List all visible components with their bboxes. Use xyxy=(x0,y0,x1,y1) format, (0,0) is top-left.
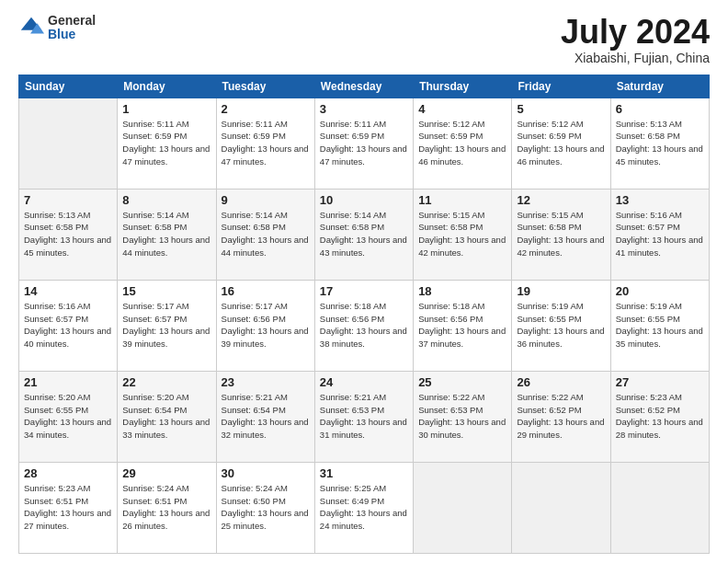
day-cell: 13Sunrise: 5:16 AM Sunset: 6:57 PM Dayli… xyxy=(610,189,709,280)
day-info: Sunrise: 5:11 AM Sunset: 6:59 PM Dayligh… xyxy=(122,118,210,168)
day-number: 15 xyxy=(122,284,210,298)
week-row-3: 14Sunrise: 5:16 AM Sunset: 6:57 PM Dayli… xyxy=(19,280,710,371)
day-number: 19 xyxy=(517,284,605,298)
day-number: 21 xyxy=(24,375,112,389)
day-cell: 25Sunrise: 5:22 AM Sunset: 6:53 PM Dayli… xyxy=(414,371,512,462)
logo: General Blue xyxy=(18,14,96,42)
day-info: Sunrise: 5:21 AM Sunset: 6:53 PM Dayligh… xyxy=(320,391,408,442)
header-friday: Friday xyxy=(512,75,610,98)
day-number: 8 xyxy=(122,193,210,207)
header-thursday: Thursday xyxy=(414,75,512,98)
day-number: 22 xyxy=(122,375,210,389)
day-number: 5 xyxy=(517,102,605,116)
header-saturday: Saturday xyxy=(610,75,709,98)
day-number: 27 xyxy=(616,375,704,389)
day-info: Sunrise: 5:24 AM Sunset: 6:51 PM Dayligh… xyxy=(122,482,210,533)
logo-blue-text: Blue xyxy=(48,28,96,41)
day-cell: 19Sunrise: 5:19 AM Sunset: 6:55 PM Dayli… xyxy=(512,280,610,371)
day-info: Sunrise: 5:14 AM Sunset: 6:58 PM Dayligh… xyxy=(222,209,310,259)
day-info: Sunrise: 5:20 AM Sunset: 6:55 PM Dayligh… xyxy=(24,391,112,442)
header: General Blue July 2024 Xiabaishi, Fujian… xyxy=(18,14,710,65)
day-info: Sunrise: 5:13 AM Sunset: 6:58 PM Dayligh… xyxy=(24,209,112,259)
day-number: 29 xyxy=(122,466,210,480)
main-title: July 2024 xyxy=(561,14,710,51)
day-cell: 7Sunrise: 5:13 AM Sunset: 6:58 PM Daylig… xyxy=(19,189,118,280)
logo-general-text: General xyxy=(48,14,96,28)
week-row-2: 7Sunrise: 5:13 AM Sunset: 6:58 PM Daylig… xyxy=(19,189,710,280)
week-row-4: 21Sunrise: 5:20 AM Sunset: 6:55 PM Dayli… xyxy=(19,371,710,462)
day-info: Sunrise: 5:16 AM Sunset: 6:57 PM Dayligh… xyxy=(24,300,112,350)
day-number: 9 xyxy=(222,193,310,207)
day-info: Sunrise: 5:12 AM Sunset: 6:59 PM Dayligh… xyxy=(418,118,506,168)
day-info: Sunrise: 5:19 AM Sunset: 6:55 PM Dayligh… xyxy=(517,300,605,350)
day-cell xyxy=(414,462,512,553)
day-cell: 31Sunrise: 5:25 AM Sunset: 6:49 PM Dayli… xyxy=(314,462,413,553)
calendar-table: Sunday Monday Tuesday Wednesday Thursday… xyxy=(18,75,710,554)
day-cell: 8Sunrise: 5:14 AM Sunset: 6:58 PM Daylig… xyxy=(118,189,216,280)
day-cell: 28Sunrise: 5:23 AM Sunset: 6:51 PM Dayli… xyxy=(19,462,118,553)
day-info: Sunrise: 5:18 AM Sunset: 6:56 PM Dayligh… xyxy=(320,300,408,350)
day-info: Sunrise: 5:22 AM Sunset: 6:52 PM Dayligh… xyxy=(517,391,605,442)
day-number: 17 xyxy=(320,284,408,298)
day-info: Sunrise: 5:17 AM Sunset: 6:56 PM Dayligh… xyxy=(222,300,310,350)
header-wednesday: Wednesday xyxy=(314,75,413,98)
day-cell: 10Sunrise: 5:14 AM Sunset: 6:58 PM Dayli… xyxy=(314,189,413,280)
day-info: Sunrise: 5:24 AM Sunset: 6:50 PM Dayligh… xyxy=(222,482,310,533)
day-cell: 21Sunrise: 5:20 AM Sunset: 6:55 PM Dayli… xyxy=(19,371,118,462)
day-cell: 27Sunrise: 5:23 AM Sunset: 6:52 PM Dayli… xyxy=(610,371,709,462)
header-monday: Monday xyxy=(118,75,216,98)
day-cell xyxy=(19,98,118,189)
day-number: 20 xyxy=(616,284,704,298)
day-info: Sunrise: 5:14 AM Sunset: 6:58 PM Dayligh… xyxy=(320,209,408,259)
day-info: Sunrise: 5:15 AM Sunset: 6:58 PM Dayligh… xyxy=(517,209,605,259)
day-info: Sunrise: 5:21 AM Sunset: 6:54 PM Dayligh… xyxy=(222,391,310,442)
week-row-5: 28Sunrise: 5:23 AM Sunset: 6:51 PM Dayli… xyxy=(19,462,710,553)
day-cell: 22Sunrise: 5:20 AM Sunset: 6:54 PM Dayli… xyxy=(118,371,216,462)
day-number: 28 xyxy=(24,466,112,480)
day-cell: 3Sunrise: 5:11 AM Sunset: 6:59 PM Daylig… xyxy=(314,98,413,189)
day-number: 1 xyxy=(122,102,210,116)
day-number: 24 xyxy=(320,375,408,389)
day-info: Sunrise: 5:13 AM Sunset: 6:58 PM Dayligh… xyxy=(616,118,704,168)
day-cell: 1Sunrise: 5:11 AM Sunset: 6:59 PM Daylig… xyxy=(118,98,216,189)
day-number: 7 xyxy=(24,193,112,207)
header-tuesday: Tuesday xyxy=(216,75,314,98)
day-info: Sunrise: 5:14 AM Sunset: 6:58 PM Dayligh… xyxy=(122,209,210,259)
day-cell: 26Sunrise: 5:22 AM Sunset: 6:52 PM Dayli… xyxy=(512,371,610,462)
day-cell: 5Sunrise: 5:12 AM Sunset: 6:59 PM Daylig… xyxy=(512,98,610,189)
day-number: 18 xyxy=(418,284,506,298)
day-number: 4 xyxy=(418,102,506,116)
title-block: July 2024 Xiabaishi, Fujian, China xyxy=(561,14,710,65)
day-cell xyxy=(610,462,709,553)
day-number: 31 xyxy=(320,466,408,480)
day-number: 14 xyxy=(24,284,112,298)
day-info: Sunrise: 5:11 AM Sunset: 6:59 PM Dayligh… xyxy=(320,118,408,168)
day-cell: 20Sunrise: 5:19 AM Sunset: 6:55 PM Dayli… xyxy=(610,280,709,371)
day-info: Sunrise: 5:25 AM Sunset: 6:49 PM Dayligh… xyxy=(320,482,408,533)
day-cell: 30Sunrise: 5:24 AM Sunset: 6:50 PM Dayli… xyxy=(216,462,314,553)
day-info: Sunrise: 5:16 AM Sunset: 6:57 PM Dayligh… xyxy=(616,209,704,259)
day-cell: 12Sunrise: 5:15 AM Sunset: 6:58 PM Dayli… xyxy=(512,189,610,280)
day-cell: 24Sunrise: 5:21 AM Sunset: 6:53 PM Dayli… xyxy=(314,371,413,462)
day-cell: 17Sunrise: 5:18 AM Sunset: 6:56 PM Dayli… xyxy=(314,280,413,371)
header-sunday: Sunday xyxy=(19,75,118,98)
day-cell: 15Sunrise: 5:17 AM Sunset: 6:57 PM Dayli… xyxy=(118,280,216,371)
calendar-page: General Blue July 2024 Xiabaishi, Fujian… xyxy=(0,0,728,563)
day-cell: 6Sunrise: 5:13 AM Sunset: 6:58 PM Daylig… xyxy=(610,98,709,189)
day-number: 23 xyxy=(222,375,310,389)
day-number: 16 xyxy=(222,284,310,298)
day-info: Sunrise: 5:23 AM Sunset: 6:52 PM Dayligh… xyxy=(616,391,704,442)
day-cell: 2Sunrise: 5:11 AM Sunset: 6:59 PM Daylig… xyxy=(216,98,314,189)
day-cell: 11Sunrise: 5:15 AM Sunset: 6:58 PM Dayli… xyxy=(414,189,512,280)
day-cell: 9Sunrise: 5:14 AM Sunset: 6:58 PM Daylig… xyxy=(216,189,314,280)
day-number: 25 xyxy=(418,375,506,389)
day-cell: 16Sunrise: 5:17 AM Sunset: 6:56 PM Dayli… xyxy=(216,280,314,371)
day-cell: 29Sunrise: 5:24 AM Sunset: 6:51 PM Dayli… xyxy=(118,462,216,553)
day-cell: 4Sunrise: 5:12 AM Sunset: 6:59 PM Daylig… xyxy=(414,98,512,189)
day-number: 30 xyxy=(222,466,310,480)
logo-text: General Blue xyxy=(48,14,96,42)
day-cell xyxy=(512,462,610,553)
day-info: Sunrise: 5:18 AM Sunset: 6:56 PM Dayligh… xyxy=(418,300,506,350)
day-info: Sunrise: 5:11 AM Sunset: 6:59 PM Dayligh… xyxy=(222,118,310,168)
day-info: Sunrise: 5:20 AM Sunset: 6:54 PM Dayligh… xyxy=(122,391,210,442)
